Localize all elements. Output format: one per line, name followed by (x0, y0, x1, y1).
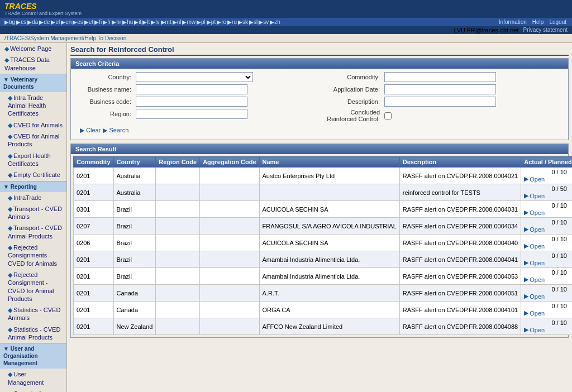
commodity-label: Commodity: (324, 74, 380, 80)
results-table: Commodity Country Region Code Aggregatio… (73, 156, 572, 335)
lang-el[interactable]: ▶el (51, 19, 60, 25)
lang-es[interactable]: ▶es (73, 19, 83, 25)
cell-commodity: 0207 (74, 218, 114, 235)
sidebar-item-rejected-animals[interactable]: ◆Rejected Consignments - CVED for Animal… (0, 242, 66, 269)
lang-nl[interactable]: ▶nl (173, 19, 182, 25)
cell-commodity: 0201 (74, 168, 114, 184)
commodity-input[interactable] (384, 72, 496, 82)
lang-bg[interactable]: ▶bg (4, 19, 15, 25)
concluded-row: Concluded Reinforced Control: (324, 109, 564, 122)
open-link[interactable]: ▶Open (524, 226, 572, 233)
open-arrow-icon: ▶ (524, 309, 528, 317)
lang-ro[interactable]: ▶ro (217, 19, 226, 25)
lang-sk[interactable]: ▶sk (238, 19, 248, 25)
search-link[interactable]: ▶ Search (103, 127, 128, 134)
cell-name: ORGA CA (259, 302, 399, 318)
help-link[interactable]: Help (532, 19, 544, 25)
sidebar-section-user-header: ▼ User and Organisation Management (0, 343, 66, 369)
cell-aggregation (200, 168, 259, 184)
sidebar-item-intra-trade[interactable]: ◆Intra Trade Animal Health Certificates (0, 92, 66, 119)
lang-mw[interactable]: ▶mw (182, 19, 196, 25)
open-link[interactable]: ▶Open (524, 209, 572, 216)
region-label: Region: (75, 111, 131, 117)
open-link[interactable]: ▶Open (524, 175, 572, 183)
business-code-input[interactable] (136, 97, 247, 107)
lang-fi[interactable]: ▶fi (94, 19, 102, 25)
cell-controls: 0 / 10 ▶Open (521, 201, 572, 218)
lang-mt[interactable]: ▶mt (161, 19, 171, 25)
cell-country: Canada (113, 302, 156, 318)
sidebar-item-stats-animals[interactable]: ◆Statistics - CVED Animals (0, 304, 66, 324)
sidebar-item-cved-products[interactable]: ◆CVED for Animal Products (0, 131, 66, 150)
lang-zh[interactable]: ▶zh (270, 19, 280, 25)
cell-controls: 0 / 10 ▶Open (521, 168, 572, 184)
lang-ru[interactable]: ▶ru (227, 19, 237, 25)
open-link[interactable]: ▶Open (524, 326, 572, 333)
information-link[interactable]: Information (499, 19, 527, 25)
description-input[interactable] (384, 97, 496, 107)
logout-link[interactable]: Logout (549, 19, 566, 25)
sidebar-item-traces-data[interactable]: ◆TRACES Data Warehouse (0, 54, 66, 74)
lang-sv[interactable]: ▶sv (259, 19, 269, 25)
top-links-bar: LVU.FR@traces-cbt.net Privacy statement (0, 26, 572, 34)
lang-fr[interactable]: ▶fr (103, 19, 111, 25)
sidebar-item-transport-products[interactable]: ◆Transport - CVED Animal Products (0, 222, 66, 242)
lang-cs[interactable]: ▶cs (16, 19, 26, 25)
lang-et[interactable]: ▶et (84, 19, 93, 25)
app-title: TRACES (4, 2, 82, 11)
sidebar-item-stats-products[interactable]: ◆Statistics - CVED Animal Products (0, 324, 66, 343)
breadcrumb: /TRACES/System Management/Help To Decisi… (0, 34, 572, 43)
clear-link[interactable]: ▶ Clear (80, 127, 101, 134)
header: TRACES TRAde Control and Expert System (0, 0, 572, 18)
open-link[interactable]: ▶Open (524, 276, 572, 283)
business-name-input[interactable] (136, 84, 247, 94)
country-row: Country: (75, 72, 315, 82)
results-container: Commodity Country Region Code Aggregatio… (71, 154, 568, 337)
sidebar-item-welcome[interactable]: ◆Welcome Page (0, 43, 66, 54)
cell-name: ACUICOLA SECHIN SA (259, 235, 399, 251)
cell-region (156, 268, 200, 285)
sidebar-item-intratrade[interactable]: ◆IntraTrade (0, 192, 66, 203)
cell-name (259, 184, 399, 201)
cell-name: Amambai Industria Alimenticia Ltda. (259, 268, 399, 285)
main-layout: ◆Welcome Page ◆TRACES Data Warehouse ▼ V… (0, 43, 572, 392)
concluded-checkbox[interactable] (384, 112, 392, 119)
cell-country: Brazil (113, 268, 156, 285)
open-arrow-icon: ▶ (524, 259, 528, 266)
results-table-head: Commodity Country Region Code Aggregatio… (74, 157, 573, 168)
privacy-link[interactable]: Privacy statement (523, 27, 568, 34)
sidebar-item-transport-animals[interactable]: ◆Transport - CVED Animals (0, 203, 66, 223)
lang-lv[interactable]: ▶lv (151, 19, 159, 25)
lang-en[interactable]: ▶en (61, 19, 72, 25)
lang-hr[interactable]: ▶hr (112, 19, 121, 25)
lang-da[interactable]: ▶da (27, 19, 38, 25)
lang-lt[interactable]: ▶lt (142, 19, 150, 25)
cell-region (156, 184, 200, 201)
sidebar-item-rejected-products[interactable]: ◆Rejected Consignment - CVED for Animal … (0, 269, 66, 304)
open-link[interactable]: ▶Open (524, 192, 572, 199)
open-link[interactable]: ▶Open (524, 309, 572, 317)
lang-pt[interactable]: ▶pt (207, 19, 216, 25)
cell-aggregation (200, 184, 259, 201)
cell-aggregation (200, 218, 259, 235)
open-link[interactable]: ▶Open (524, 259, 572, 266)
region-input[interactable] (136, 109, 247, 119)
lang-sl[interactable]: ▶sl (249, 19, 258, 25)
lang-hu[interactable]: ▶hu (122, 19, 133, 25)
lang-pl[interactable]: ▶pl (197, 19, 206, 25)
open-link[interactable]: ▶Open (524, 293, 572, 300)
sidebar-item-organisations[interactable]: ◆Organisations (0, 388, 66, 392)
sidebar-item-export-health[interactable]: ◆Export Health Certificates (0, 150, 66, 170)
country-select[interactable] (136, 72, 253, 82)
sidebar-item-cved-animals[interactable]: ◆CVED for Animals (0, 119, 66, 131)
breadcrumb-link[interactable]: /TRACES/System Management/Help To Decisi… (4, 35, 126, 41)
open-arrow-icon: ▶ (524, 209, 528, 216)
sidebar-item-user-management[interactable]: ◆User Management (0, 369, 66, 388)
cell-country: Brazil (113, 235, 156, 251)
cell-commodity: 0301 (74, 201, 114, 218)
lang-it[interactable]: ▶it (134, 19, 141, 25)
lang-de[interactable]: ▶de (39, 19, 50, 25)
open-link[interactable]: ▶Open (524, 242, 572, 250)
sidebar-item-empty-cert[interactable]: ◆Empty Certificate (0, 169, 66, 180)
application-date-input[interactable] (384, 84, 496, 94)
